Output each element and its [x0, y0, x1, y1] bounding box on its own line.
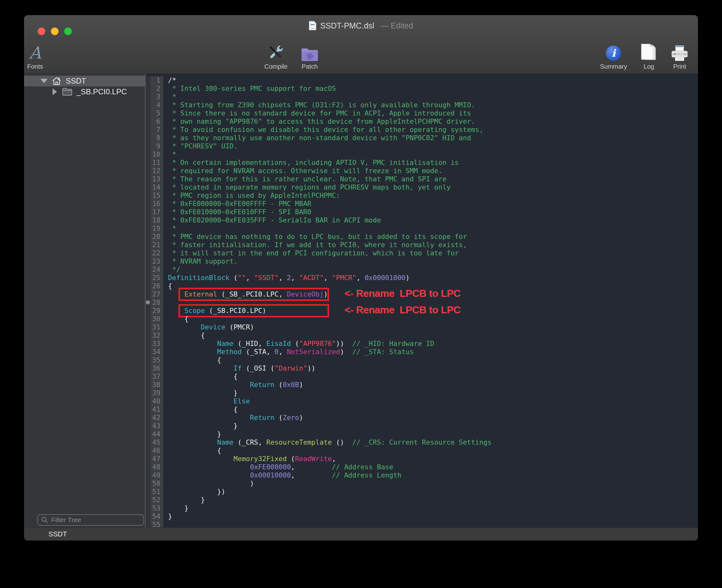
- code-line-43[interactable]: }: [168, 422, 698, 430]
- code-line-51[interactable]: }): [168, 488, 698, 496]
- code-line-4[interactable]: * Starting from Z390 chipsets PMC (D31:F…: [168, 101, 698, 109]
- print-button[interactable]: Print: [671, 42, 688, 70]
- code-line-48[interactable]: 0xFE000000, // Address Base: [168, 463, 698, 471]
- status-bar: SSDT: [24, 528, 698, 541]
- line-number: 45: [151, 438, 161, 446]
- summary-button[interactable]: i Summary: [600, 42, 627, 70]
- code-line-13[interactable]: * The reason for this is rather unclear.…: [168, 175, 698, 183]
- code-area[interactable]: /* * Intel 300-series PMC support for ma…: [163, 76, 698, 528]
- code-line-24[interactable]: */: [168, 266, 698, 274]
- code-line-22[interactable]: * it will start in the end of PCI config…: [168, 249, 698, 257]
- code-line-39[interactable]: }: [168, 389, 698, 397]
- line-number: 48: [151, 463, 161, 471]
- code-line-21[interactable]: * faster initialisation. If we add it to…: [168, 241, 698, 249]
- code-line-29[interactable]: Scope (_SB.PCI0.LPC)<- Rename LPCB to LP…: [168, 307, 698, 315]
- home-icon: [52, 77, 61, 85]
- code-line-42[interactable]: Return (Zero): [168, 414, 698, 422]
- annotation-text: <- Rename LPCB to LPC: [344, 289, 460, 297]
- code-line-19[interactable]: *: [168, 224, 698, 233]
- disclosure-down-icon[interactable]: [41, 79, 47, 83]
- code-line-45[interactable]: Name (_CRS, ResourceTemplate () // _CRS:…: [168, 438, 698, 446]
- zoom-button[interactable]: [64, 27, 72, 35]
- code-line-30[interactable]: {: [168, 315, 698, 323]
- code-line-17[interactable]: * 0xFE010000~0xFE010FFF - SPI BAR0: [168, 208, 698, 216]
- code-line-3[interactable]: *: [168, 93, 698, 101]
- line-number: 28: [151, 298, 161, 307]
- code-line-37[interactable]: {: [168, 373, 698, 381]
- code-line-36[interactable]: If (_OSI ("Darwin")): [168, 364, 698, 373]
- sidebar-item-ssdt[interactable]: SSDT: [24, 76, 145, 86]
- line-number: 11: [151, 159, 161, 167]
- line-number: 32: [151, 331, 161, 340]
- code-line-44[interactable]: }: [168, 430, 698, 438]
- line-number: 43: [151, 422, 161, 430]
- code-line-49[interactable]: 0x00010000, // Address Length: [168, 471, 698, 480]
- window-title: SSDT-PMC.dsl: [320, 21, 374, 30]
- code-line-10[interactable]: *: [168, 150, 698, 159]
- code-line-11[interactable]: * On certain implementations, including …: [168, 159, 698, 167]
- code-line-23[interactable]: * NVRAM support.: [168, 257, 698, 266]
- log-button[interactable]: Log: [640, 42, 657, 70]
- code-line-14[interactable]: * located in separate memory regions and…: [168, 183, 698, 191]
- line-number: 24: [151, 266, 161, 274]
- line-number: 23: [151, 257, 161, 266]
- code-line-5[interactable]: * Since there is no standard device for …: [168, 109, 698, 118]
- line-number: 36: [151, 364, 161, 373]
- code-line-18[interactable]: * 0xFE020000~0xFE035FFF - SerialIo BAR i…: [168, 216, 698, 224]
- window-chrome: DSL SSDT-PMC.dsl — Edited A Fonts: [24, 15, 698, 74]
- filter-tree-input[interactable]: [50, 516, 140, 524]
- code-line-8[interactable]: * as they normally use another non-stand…: [168, 134, 698, 142]
- code-line-6[interactable]: * own naming "APP9876" to access this de…: [168, 118, 698, 126]
- sidebar-item-sb-pci0-lpc[interactable]: _SB.PCI0.LPC: [24, 86, 145, 97]
- compile-button[interactable]: Compile: [264, 42, 288, 70]
- line-number: 4: [151, 101, 161, 109]
- line-number: 37: [151, 373, 161, 381]
- code-line-54[interactable]: }: [168, 512, 698, 521]
- line-number: 52: [151, 496, 161, 504]
- search-icon: [41, 517, 48, 523]
- code-line-27[interactable]: External (_SB_.PCI0.LPC, DeviceObj)<- Re…: [168, 290, 698, 298]
- code-line-40[interactable]: Else: [168, 397, 698, 405]
- line-number: 3: [151, 93, 161, 101]
- line-number: 50: [151, 480, 161, 488]
- minimize-button[interactable]: [51, 27, 59, 35]
- code-line-25[interactable]: DefinitionBlock ("", "SSDT", 2, "ACDT", …: [168, 274, 698, 282]
- code-line-20[interactable]: * PMC device has nothing to do to LPC bu…: [168, 233, 698, 241]
- close-button[interactable]: [38, 27, 45, 35]
- code-line-15[interactable]: * PMC region is used by AppleIntelPCHPMC…: [168, 191, 698, 200]
- patch-folder-icon: [301, 47, 319, 62]
- code-line-31[interactable]: Device (PMCR): [168, 323, 698, 331]
- code-line-32[interactable]: {: [168, 331, 698, 340]
- line-number: 40: [151, 397, 161, 405]
- code-line-53[interactable]: }: [168, 504, 698, 512]
- code-line-50[interactable]: ): [168, 480, 698, 488]
- code-line-12[interactable]: * required for NVRAM access. Otherwise i…: [168, 167, 698, 175]
- code-line-33[interactable]: Name (_HID, EisaId ("APP9876")) // _HID:…: [168, 340, 698, 348]
- code-editor[interactable]: 1234567891011121314151617181920212223242…: [146, 74, 698, 528]
- code-line-1[interactable]: /*: [168, 76, 698, 84]
- code-line-16[interactable]: * 0xFE000000~0xFE00FFFF - PMC MBAR: [168, 200, 698, 208]
- document-icon: DSL: [309, 21, 316, 30]
- line-number: 53: [151, 504, 161, 512]
- code-line-55[interactable]: [168, 521, 698, 528]
- line-number: 49: [151, 471, 161, 480]
- code-line-46[interactable]: {: [168, 446, 698, 455]
- line-number: 5: [151, 109, 161, 118]
- code-line-38[interactable]: Return (0x0B): [168, 381, 698, 389]
- filter-tree-field[interactable]: [37, 514, 144, 526]
- code-line-7[interactable]: * To avoid confusion we disable this dev…: [168, 126, 698, 134]
- line-number: 22: [151, 249, 161, 257]
- line-number: 6: [151, 118, 161, 126]
- code-line-41[interactable]: {: [168, 405, 698, 414]
- code-line-47[interactable]: Memory32Fixed (ReadWrite,: [168, 455, 698, 463]
- patch-button[interactable]: Patch: [301, 42, 319, 70]
- code-line-9[interactable]: * "PCHRESV" UID.: [168, 142, 698, 150]
- code-line-34[interactable]: Method (_STA, 0, NotSerialized) // _STA:…: [168, 348, 698, 356]
- disclosure-right-icon[interactable]: [52, 88, 57, 95]
- line-number: 26: [151, 282, 161, 290]
- code-line-52[interactable]: }: [168, 496, 698, 504]
- line-number: 31: [151, 323, 161, 331]
- code-line-2[interactable]: * Intel 300-series PMC support for macOS: [168, 84, 698, 93]
- line-number: 38: [151, 381, 161, 389]
- code-line-35[interactable]: {: [168, 356, 698, 364]
